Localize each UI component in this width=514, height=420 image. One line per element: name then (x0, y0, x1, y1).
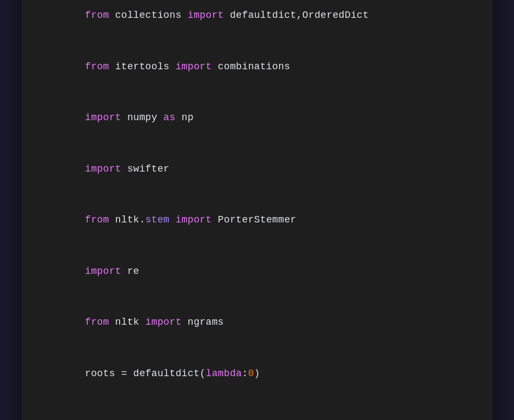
line-from4: from nltk import ngrams (49, 297, 465, 349)
line-from1: from collections import defaultdict,Orde… (49, 0, 465, 41)
code-area: # Cluster PPC Keywords # Author: Stefan … (22, 0, 492, 420)
line-import3: import swifter (49, 143, 465, 195)
line-import2: import numpy as np (49, 93, 465, 144)
line-roots: roots = defaultdict(lambda:0) (49, 348, 465, 399)
line-from3: from nltk.stem import PorterStemmer (49, 195, 465, 246)
line-from2: from itertools import combinations (49, 41, 465, 93)
line-root-clicksum: root_clicksum = defaultdict(lambda:0) (49, 399, 465, 420)
editor-window: # Cluster PPC Keywords # Author: Stefan … (22, 0, 492, 420)
line-import4: import re (49, 246, 465, 297)
